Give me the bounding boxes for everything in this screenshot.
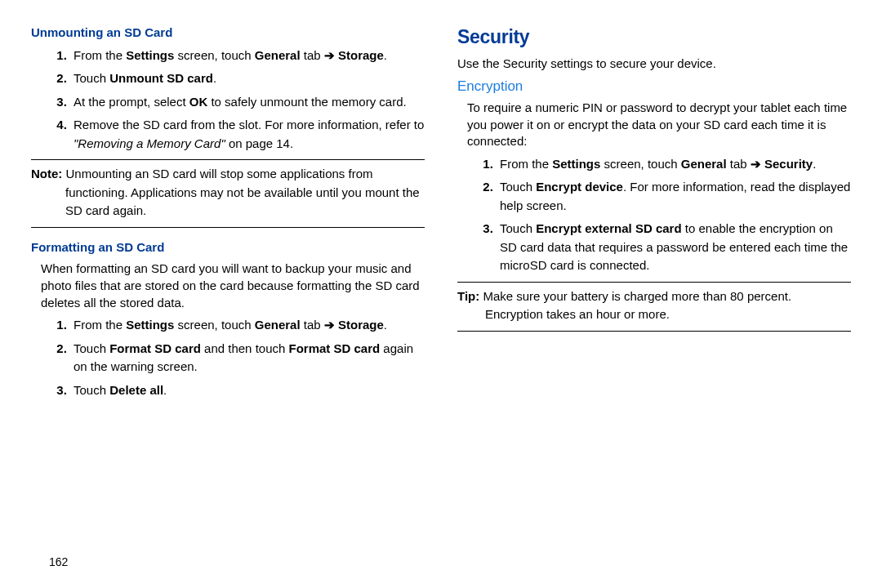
list-item: Touch Encrypt device. For more informati… bbox=[497, 178, 851, 215]
arrow-icon: ➔ bbox=[324, 318, 335, 332]
heading-format: Formatting an SD Card bbox=[31, 239, 425, 256]
arrow-icon: ➔ bbox=[324, 48, 335, 62]
note-unmount: Note: Unmounting an SD card will stop so… bbox=[31, 159, 425, 228]
list-item: Touch Encrypt external SD card to enable… bbox=[497, 220, 851, 275]
tip-label: Tip: bbox=[457, 289, 479, 303]
page-columns: Unmounting an SD Card From the Settings … bbox=[31, 24, 851, 406]
note-label: Note: bbox=[31, 167, 62, 180]
right-column: Security Use the Security settings to se… bbox=[457, 24, 851, 406]
encryption-intro: To require a numeric PIN or password to … bbox=[457, 100, 851, 150]
list-item: At the prompt, select OK to safely unmou… bbox=[70, 93, 425, 112]
note-body: Unmounting an SD card will stop some app… bbox=[62, 167, 419, 217]
heading-unmount: Unmounting an SD Card bbox=[31, 24, 425, 42]
left-column: Unmounting an SD Card From the Settings … bbox=[31, 24, 425, 406]
arrow-icon: ➔ bbox=[751, 157, 761, 171]
tip-body: Make sure your battery is charged more t… bbox=[479, 289, 791, 322]
tip-encryption: Tip: Make sure your battery is charged m… bbox=[457, 282, 851, 332]
list-item: From the Settings screen, touch General … bbox=[70, 47, 425, 65]
unmount-steps: From the Settings screen, touch General … bbox=[31, 47, 425, 154]
list-item: From the Settings screen, touch General … bbox=[70, 316, 425, 335]
list-item: Remove the SD card from the slot. For mo… bbox=[70, 116, 425, 153]
list-item: Touch Delete all. bbox=[70, 381, 425, 400]
heading-security: Security bbox=[457, 24, 851, 51]
list-item: Touch Unmount SD card. bbox=[70, 69, 425, 88]
encryption-steps: From the Settings screen, touch General … bbox=[457, 155, 851, 275]
page-number: 162 bbox=[49, 555, 68, 568]
security-intro: Use the Security settings to secure your… bbox=[457, 56, 851, 73]
list-item: From the Settings screen, touch General … bbox=[497, 155, 851, 174]
list-item: Touch Format SD card and then touch Form… bbox=[70, 340, 425, 376]
heading-encryption: Encryption bbox=[457, 77, 851, 96]
format-intro: When formatting an SD card you will want… bbox=[31, 261, 425, 311]
format-steps: From the Settings screen, touch General … bbox=[31, 316, 425, 399]
